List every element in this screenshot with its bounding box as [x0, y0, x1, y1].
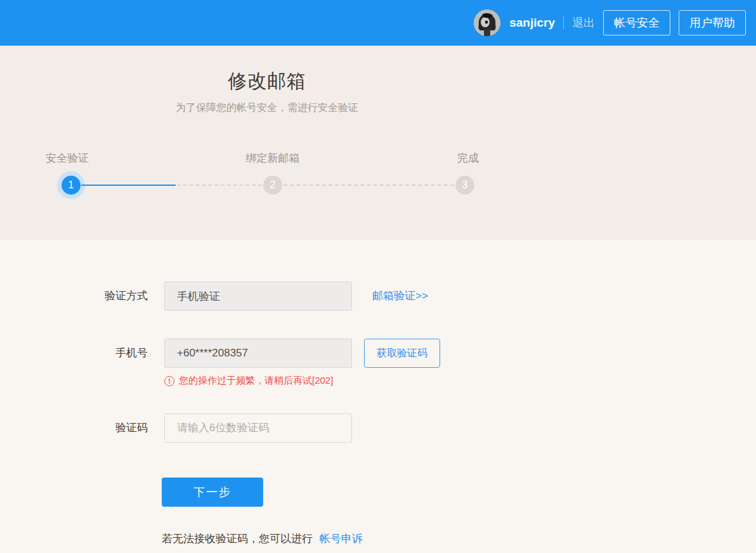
step-circle-3: 3: [455, 176, 474, 195]
header: sanjicry 退出 帐号安全 用户帮助: [0, 0, 756, 46]
phone-number-field: [164, 339, 352, 368]
step-label-security-verification: 安全验证: [46, 151, 89, 166]
username: sanjicry: [509, 16, 555, 30]
account-appeal-link[interactable]: 帐号申诉: [320, 533, 363, 545]
verification-code-label: 验证码: [0, 413, 148, 443]
verification-method-field: [164, 282, 352, 311]
step-wizard-section: 修改邮箱 为了保障您的帐号安全，需进行安全验证 安全验证 绑定新邮箱 完成 1 …: [0, 46, 756, 240]
user-help-button[interactable]: 用户帮助: [679, 10, 746, 36]
verification-form: 验证方式 邮箱验证>> 手机号 获取验证码 您的操作过于频繁，请稍后再试[202…: [0, 240, 756, 553]
appeal-note-text: 若无法接收验证码，您可以进行: [162, 533, 313, 545]
get-verification-code-button[interactable]: 获取验证码: [364, 339, 440, 368]
email-verification-link[interactable]: 邮箱验证>>: [372, 282, 428, 311]
error-message-row: 您的操作过于频繁，请稍后再试[202]: [164, 375, 333, 387]
warning-icon: [164, 376, 174, 386]
page-title: 修改邮箱: [0, 68, 534, 94]
user-avatar[interactable]: [474, 10, 500, 36]
step-circle-2: 2: [263, 176, 282, 195]
next-step-button[interactable]: 下一步: [162, 478, 263, 507]
account-email-change-page: sanjicry 退出 帐号安全 用户帮助 修改邮箱 为了保障您的帐号安全，需进…: [0, 0, 756, 553]
header-divider: [563, 16, 564, 29]
progress-line-solid: [81, 185, 176, 186]
appeal-note: 若无法接收验证码，您可以进行 帐号申诉: [162, 531, 363, 546]
progress-line-dashed-1: [177, 185, 262, 186]
phone-number-label: 手机号: [0, 339, 148, 368]
step-label-bind-new-email: 绑定新邮箱: [242, 151, 303, 166]
verification-code-input[interactable]: [164, 413, 352, 443]
error-message-text: 您的操作过于频繁，请稍后再试[202]: [179, 375, 333, 387]
avatar-image: [474, 10, 500, 36]
progress-line-dashed-2: [284, 185, 454, 186]
verification-method-label: 验证方式: [0, 282, 148, 311]
account-security-button[interactable]: 帐号安全: [603, 10, 670, 36]
step-label-complete: 完成: [455, 151, 481, 166]
page-subtitle: 为了保障您的帐号安全，需进行安全验证: [0, 101, 534, 115]
logout-link[interactable]: 退出: [572, 15, 595, 30]
step-circle-1: 1: [62, 176, 81, 195]
